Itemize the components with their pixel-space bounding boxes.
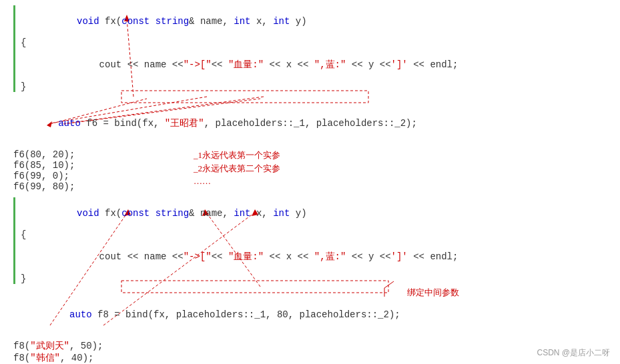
code-line-s1-1: void fx(const string& name, int x, int y…	[21, 5, 607, 37]
type-string: string	[156, 16, 189, 27]
func-name: fx(	[105, 16, 121, 27]
bind-line-f6: auto f6 = bind(fx, "王昭君", placeholders::…	[13, 107, 607, 140]
bind-line-f8: auto f8 = bind(fx, placeholders::_1, 80,…	[13, 299, 607, 331]
code-line-s2-3: cout << name <<"->["<< "血量:" << x << ",蓝…	[21, 240, 607, 273]
code-block-2: void fx(const string& name, int x, int y…	[13, 197, 607, 284]
call-lines-f8: f8("武则天", 50); f8("韩信", 40);	[13, 340, 607, 364]
section2-content: void fx(const string& name, int x, int y…	[0, 192, 620, 364]
code-line-s2-1: void fx(const string& name, int x, int y…	[21, 197, 607, 229]
keyword-int2: int	[273, 16, 296, 27]
section1-content: void fx(const string& name, int x, int y…	[0, 0, 620, 197]
code-line-s2-4: }	[21, 273, 607, 284]
bind-area-f8: auto f8 = bind(fx, placeholders::_1, 80,…	[13, 299, 607, 331]
code-line-s2-2: {	[21, 229, 607, 240]
call-f8-2: f8("韩信", 40);	[13, 352, 607, 364]
annotation-1: _1永远代表第一个实参	[194, 149, 280, 161]
code-block-1: void fx(const string& name, int x, int y…	[13, 5, 607, 92]
call-lines-f6: f6(80, 20); f6(85, 10); f6(99, 0); f6(99…	[13, 149, 607, 192]
watermark: CSDN @是店小二呀	[537, 347, 610, 359]
annotation-3: ……	[194, 176, 211, 187]
code-line-s1-4: }	[21, 81, 607, 92]
keyword-void: void	[77, 16, 105, 27]
call-f6-3: f6(99, 0);	[13, 171, 607, 181]
call-f6-2: f6(85, 10);	[13, 160, 607, 171]
code-line-s1-2: {	[21, 37, 607, 48]
call-f6-1: f6(80, 20);	[13, 149, 607, 160]
annotation-bind-middle: 绑定中间参数	[407, 287, 459, 299]
keyword-const: const	[121, 16, 155, 27]
annotation-2: _2永远代表第二个实参	[194, 163, 280, 175]
main-container: void fx(const string& name, int x, int y…	[0, 0, 620, 364]
keyword-int1: int	[234, 16, 256, 27]
call-f8-1: f8("武则天", 50);	[13, 340, 607, 352]
code-line-s1-3: cout << name <<"->["<< "血量:" << x << ",蓝…	[21, 48, 607, 81]
call-f6-4: f6(99, 80);	[13, 181, 607, 192]
